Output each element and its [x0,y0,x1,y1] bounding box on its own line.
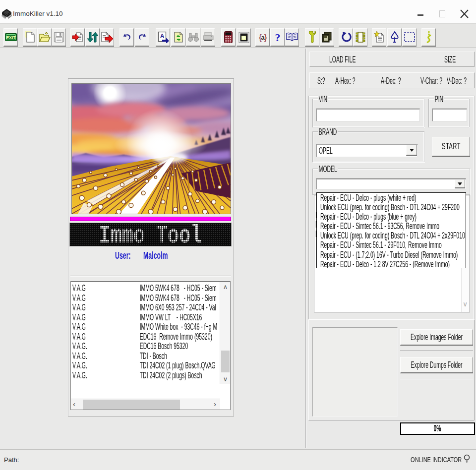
svg-text:EXIT: EXIT [6,35,16,40]
svg-text:a: a [261,34,265,41]
svg-text:?: ? [275,31,280,43]
svg-text:}: } [264,33,267,42]
svg-text:A: A [160,33,164,40]
